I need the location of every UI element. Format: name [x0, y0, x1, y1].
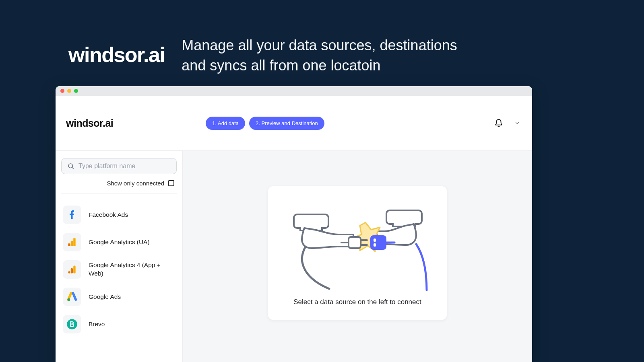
step-add-data[interactable]: 1. Add data: [206, 117, 245, 130]
svg-rect-4: [68, 243, 70, 246]
google-analytics-4-icon: [63, 260, 81, 279]
window-chrome: [56, 86, 532, 96]
step-preview-destination[interactable]: 2. Preview and Destination: [249, 117, 324, 130]
window-minimize-icon[interactable]: [67, 89, 71, 93]
window-maximize-icon[interactable]: [74, 89, 78, 93]
svg-rect-2: [73, 238, 75, 246]
search-icon: [67, 162, 74, 170]
hero-tagline: Manage all your data sources, destinatio…: [182, 35, 471, 76]
filter-connected-checkbox[interactable]: [168, 180, 174, 186]
svg-rect-14: [370, 235, 386, 250]
brevo-icon: [63, 315, 81, 333]
svg-line-1: [72, 167, 73, 169]
svg-point-0: [68, 164, 73, 168]
search-input[interactable]: [78, 162, 171, 170]
platform-label: Facebook Ads: [89, 211, 128, 219]
platform-label: Brevo: [89, 320, 105, 329]
main-content: Select a data source on the left to conn…: [183, 151, 532, 362]
google-analytics-ua-icon: [63, 233, 81, 251]
svg-rect-5: [73, 265, 75, 274]
svg-point-7: [68, 271, 70, 273]
platform-label: Google Ads: [89, 293, 121, 301]
google-ads-icon: [63, 288, 81, 306]
platform-label: Google Analytics 4 (App + Web): [89, 261, 165, 278]
connect-illustration-icon: [281, 198, 434, 291]
sidebar: Show only connected Facebook Ads Google …: [56, 151, 183, 362]
account-menu-toggle[interactable]: [514, 120, 522, 126]
svg-rect-3: [71, 241, 73, 246]
empty-state-text: Select a data source on the left to conn…: [278, 298, 437, 306]
platform-item-brevo[interactable]: Brevo: [63, 315, 175, 333]
window-close-icon[interactable]: [60, 89, 64, 93]
platform-item-facebook-ads[interactable]: Facebook Ads: [63, 206, 175, 224]
hero-logo: windsor.ai: [68, 35, 165, 65]
empty-state-card: Select a data source on the left to conn…: [268, 186, 447, 320]
platform-item-google-analytics-ua[interactable]: Google Analytics (UA): [63, 233, 175, 251]
filter-connected-label: Show only connected: [107, 180, 164, 187]
svg-point-8: [67, 298, 70, 301]
app-logo: windsor.ai: [66, 117, 113, 129]
platform-label: Google Analytics (UA): [89, 238, 150, 247]
notifications-icon[interactable]: [494, 119, 503, 128]
svg-rect-6: [71, 268, 73, 274]
browser-window: windsor.ai 1. Add data 2. Preview and De…: [56, 86, 532, 362]
svg-rect-15: [374, 239, 376, 242]
topbar: windsor.ai 1. Add data 2. Preview and De…: [56, 96, 532, 151]
platform-item-google-analytics-4[interactable]: Google Analytics 4 (App + Web): [63, 260, 175, 279]
facebook-icon: [63, 206, 81, 224]
search-input-wrap[interactable]: [61, 158, 177, 174]
platform-item-google-ads[interactable]: Google Ads: [63, 288, 175, 306]
svg-rect-16: [374, 243, 376, 247]
svg-rect-10: [349, 237, 361, 248]
